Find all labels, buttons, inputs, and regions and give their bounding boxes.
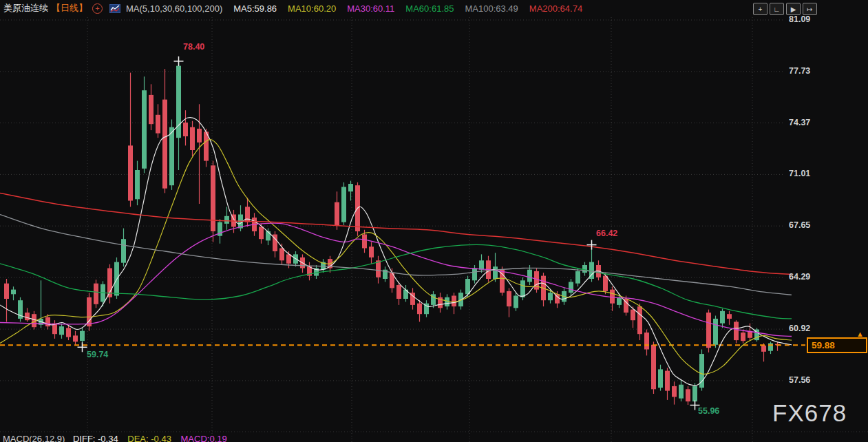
macd-pane-header: MACD(26,12,9) DIFF: -0.34 DEA: -0.43 MAC… <box>3 434 227 442</box>
mini-chart-logo-icon[interactable] <box>109 4 120 13</box>
axis-play-icon[interactable]: ▶ <box>786 3 801 15</box>
ma5-value: MA5:59.86 <box>233 3 277 14</box>
candlestick-chart[interactable] <box>0 0 868 442</box>
axis-tick-label: 77.73 <box>789 66 810 76</box>
axis-tick-label: 64.29 <box>789 272 810 282</box>
macd-params: MACD(26,12,9) <box>3 434 65 442</box>
ma10-value: MA10:60.20 <box>288 3 336 14</box>
axis-tick-label: 71.01 <box>789 169 810 178</box>
macd-macd-value: MACD:0.19 <box>181 434 227 442</box>
watermark: FX678 <box>772 399 847 427</box>
ma60-value: MA60:61.85 <box>405 3 454 14</box>
ma200-value: MA200:64.74 <box>529 3 582 14</box>
axis-scale-icon[interactable]: ∟ <box>770 3 784 15</box>
crosshair-icon[interactable]: + <box>753 3 768 15</box>
chart-header: 美原油连续 【日线】 + MA(5,10,30,60,100,200) MA5:… <box>0 0 582 17</box>
symbol-name: 美原油连续 <box>3 2 48 14</box>
axis-tick-label: 60.92 <box>789 324 810 333</box>
axis-tick-label: 67.65 <box>789 220 810 230</box>
period-label[interactable]: 【日线】 <box>52 2 87 14</box>
current-price-value: 59.88 <box>812 340 835 350</box>
trading-app: { "header": { "symbol": "美原油连续", "period… <box>0 0 868 442</box>
shift-right-icon[interactable]: ↦ <box>803 3 817 15</box>
price-up-arrow-icon: ▲ <box>856 330 864 338</box>
price-annotation: 59.74 <box>87 350 108 359</box>
axis-tick-label: 57.56 <box>789 375 810 385</box>
macd-diff-value: DIFF: -0.34 <box>73 434 118 442</box>
current-price-tag: 59.88 <box>807 337 867 353</box>
price-annotation: 55.96 <box>698 406 719 416</box>
price-annotation: 66.42 <box>596 229 617 238</box>
add-circle-icon[interactable]: + <box>92 3 103 14</box>
ma100-value: MA100:63.49 <box>465 3 518 14</box>
price-annotation: 78.40 <box>183 42 204 52</box>
chart-toolbar: + ∟ ▶ ↦ <box>753 3 817 15</box>
axis-tick-label: 74.37 <box>789 118 810 127</box>
ma-settings-label: MA(5,10,30,60,100,200) <box>126 3 222 14</box>
axis-tick-label: 81.09 <box>789 14 810 24</box>
macd-dea-value: DEA: -0.43 <box>127 434 171 442</box>
ma30-value: MA30:60.11 <box>347 3 394 14</box>
